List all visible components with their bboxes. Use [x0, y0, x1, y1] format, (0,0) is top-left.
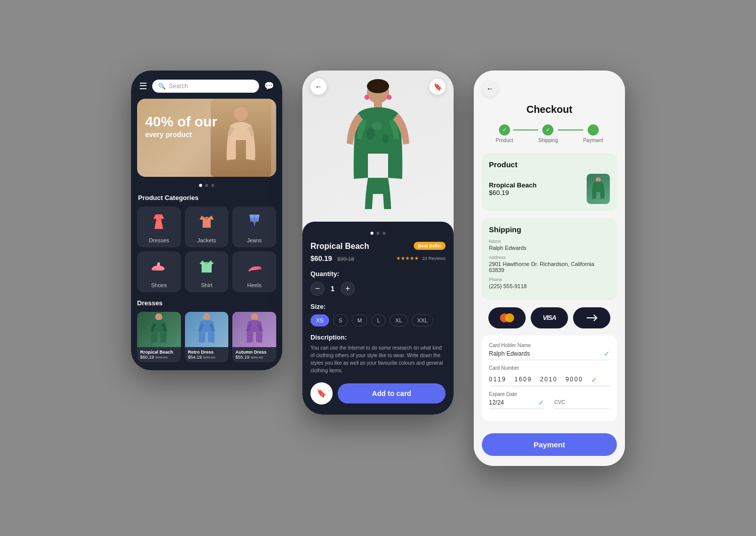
- search-bar[interactable]: 🔍 Search: [152, 80, 259, 93]
- pdot-1: [370, 232, 373, 235]
- other-card-icon: [585, 313, 599, 323]
- size-xs[interactable]: XS: [310, 314, 329, 326]
- size-label: Size:: [310, 303, 446, 310]
- dot-3: [211, 184, 214, 187]
- back-button[interactable]: ←: [310, 79, 327, 95]
- shipping-section-title: Shipping: [489, 225, 610, 234]
- step-shipping-label: Shipping: [538, 138, 558, 143]
- payment-button[interactable]: Payment: [482, 433, 617, 456]
- dress-name-3: Autumn Dress: [235, 350, 273, 355]
- quantity-label: Quantity:: [310, 270, 446, 278]
- qty-increase[interactable]: +: [341, 282, 355, 296]
- dress-img-2: [185, 312, 229, 347]
- category-shoes[interactable]: Shoes: [137, 251, 181, 292]
- mastercard-option[interactable]: [488, 307, 526, 328]
- svg-point-13: [387, 95, 392, 100]
- product-image-area: ← 🔖: [302, 71, 454, 232]
- best-seller-badge: Best Seller: [414, 242, 446, 250]
- categories-grid: Dresses Jackets: [131, 207, 282, 299]
- size-m[interactable]: M: [352, 314, 367, 326]
- heels-label: Heels: [247, 282, 262, 288]
- dresses-icon: [150, 213, 168, 234]
- category-heels[interactable]: Heels: [232, 251, 276, 292]
- size-s[interactable]: S: [333, 314, 348, 326]
- dress-card-1[interactable]: Rropical Beach $60.19 $80.19: [137, 312, 181, 362]
- dress-price-1: $60.19 $80.19: [140, 355, 178, 360]
- menu-icon[interactable]: ☰: [139, 81, 147, 92]
- dress-info-1: Rropical Beach $60.19 $80.19: [137, 347, 181, 362]
- dresses-row: Rropical Beach $60.19 $80.19: [137, 312, 276, 362]
- card-number-field: Card Number: [489, 365, 610, 371]
- step-payment: Paymant: [583, 124, 603, 143]
- dress-card-2[interactable]: Retro Dress $54.19 $80.19: [185, 312, 229, 362]
- qty-decrease[interactable]: −: [310, 282, 325, 296]
- heels-icon: [245, 257, 264, 279]
- expiry-value: 12/24: [489, 399, 538, 406]
- payment-form-section: Card Holder Name Ralph Edwards ✓ Card Nu…: [482, 336, 617, 421]
- visa-option[interactable]: VISA: [531, 307, 568, 328]
- home-header: ☰ 🔍 Search 💬: [131, 71, 282, 99]
- search-placeholder: Search: [169, 83, 188, 90]
- svg-point-5: [251, 313, 258, 320]
- dress-card-3[interactable]: Autumn Dress $55.19 $80.19: [232, 312, 276, 362]
- chat-icon[interactable]: 💬: [264, 81, 274, 91]
- checkout-back-button[interactable]: ←: [482, 81, 498, 97]
- product-checkout-row: Rropical Beach $60.19: [489, 174, 610, 204]
- checkout-product-name: Rropical Beach: [489, 181, 537, 189]
- phone-home: ☰ 🔍 Search 💬 40% of our every product: [131, 71, 282, 370]
- step-product-circle: ✓: [499, 124, 510, 136]
- shipping-name-label: Name: [489, 239, 610, 244]
- qty-value: 1: [331, 285, 335, 293]
- checkout-product-section: Product Rropical Beach $60.19: [482, 153, 617, 211]
- shoes-icon: [150, 257, 168, 279]
- category-shirt[interactable]: Shirt: [185, 251, 229, 292]
- add-to-cart-button[interactable]: Add to card: [338, 383, 446, 404]
- card-holder-field: Card Holder Name Ralph Edwards ✓: [489, 343, 610, 360]
- check-icon-2: ✓: [591, 376, 597, 384]
- check-icon-3: ✓: [538, 398, 544, 407]
- dress-price-3: $55.19 $80.19: [235, 355, 273, 360]
- checkout-content: ← Checkout ✓ Product ✓ Shipping Paymant: [474, 71, 625, 466]
- shipping-phone-field: Phone (225) 555-9118: [489, 277, 610, 289]
- card-num-2: 1609: [515, 376, 532, 384]
- hero-discount: 40% of our: [145, 114, 217, 130]
- size-l[interactable]: L: [371, 314, 386, 326]
- product-actions: 🔖 Add to card: [310, 382, 446, 405]
- mc-right: [505, 313, 514, 322]
- dot-1: [199, 184, 202, 187]
- product-reviews: ★★★★★ 23 Reviews: [396, 255, 446, 261]
- category-jackets[interactable]: Jackets: [185, 207, 229, 247]
- svg-point-7: [367, 79, 389, 93]
- other-card-option[interactable]: [573, 307, 610, 328]
- shipping-address-value: 2901 Hawthorne Dr. Richardson, Californi…: [489, 261, 610, 273]
- step-shipping: ✓ Shipping: [538, 124, 558, 143]
- card-num-3: 2010: [540, 376, 557, 384]
- category-dresses[interactable]: Dresses: [137, 207, 181, 247]
- visa-icon: VISA: [543, 314, 556, 321]
- product-price-group: $60.19 $99.18: [310, 254, 354, 263]
- size-xl[interactable]: XL: [390, 314, 407, 326]
- step-product-label: Product: [496, 138, 513, 143]
- dress-info-2: Retro Dress $54.19 $80.19: [185, 347, 229, 362]
- dot-2: [205, 184, 208, 187]
- dress-img-3: [232, 312, 276, 347]
- expiry-label: Expare Date: [489, 391, 544, 397]
- shipping-name-value: Ralph Edwards: [489, 245, 610, 251]
- top-bookmark-button[interactable]: 🔖: [429, 79, 446, 95]
- carousel-dots: [131, 184, 282, 187]
- dress-price-2: $54.19 $80.19: [188, 355, 226, 360]
- dresses-label: Dresses: [149, 237, 169, 243]
- quantity-control: − 1 +: [310, 282, 446, 296]
- checkout-product-price: $60.19: [489, 189, 537, 196]
- jeans-icon: [245, 213, 264, 234]
- card-holder-label: Card Holder Name: [489, 343, 610, 348]
- phone-checkout: ← Checkout ✓ Product ✓ Shipping Paymant: [474, 71, 625, 466]
- card-num-1: 0119: [489, 376, 507, 384]
- category-jeans[interactable]: Jeans: [232, 207, 276, 247]
- size-xxl[interactable]: XXL: [412, 314, 433, 326]
- shipping-address-field: Address 2901 Hawthorne Dr. Richardson, C…: [489, 255, 610, 273]
- cvc-field: CVC: [554, 399, 610, 409]
- cvc-label: CVC: [554, 399, 610, 405]
- bookmark-button[interactable]: 🔖: [310, 382, 333, 405]
- step-shipping-circle: ✓: [542, 124, 553, 136]
